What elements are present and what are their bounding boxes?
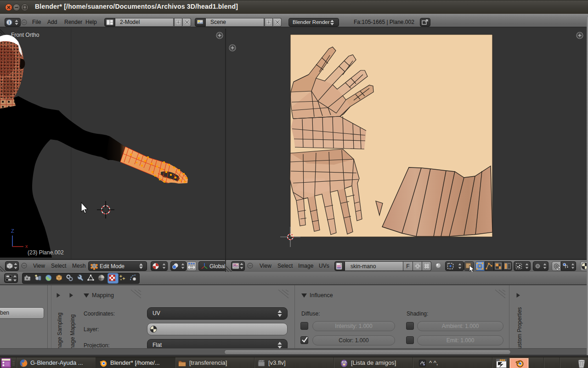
svg-text:x: x (25, 243, 28, 249)
svg-text:Z: Z (11, 228, 14, 234)
svg-text:i: i (9, 20, 10, 25)
